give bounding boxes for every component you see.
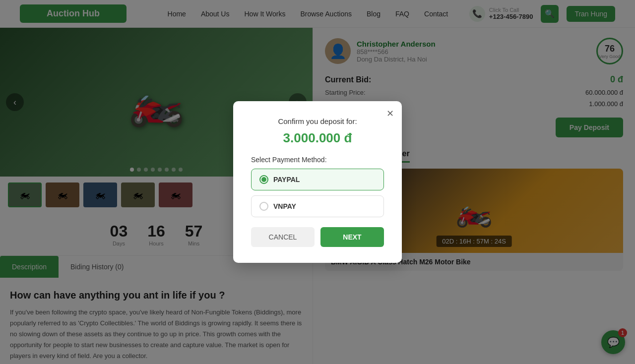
payment-option-paypal[interactable]: PAYPAL <box>251 169 384 190</box>
radio-paypal <box>259 175 268 184</box>
radio-vnpay <box>259 202 268 211</box>
payment-option-vnpay[interactable]: VNPAY <box>251 195 384 217</box>
vnpay-label: VNPAY <box>273 202 296 210</box>
modal-title: Confirm you deposit for: <box>251 117 384 125</box>
modal: ✕ Confirm you deposit for: 3.000.000 đ S… <box>233 101 402 263</box>
modal-overlay[interactable]: ✕ Confirm you deposit for: 3.000.000 đ S… <box>0 0 635 364</box>
modal-amount: 3.000.000 đ <box>251 130 384 146</box>
modal-payment-label: Select Payment Method: <box>251 156 384 164</box>
next-button[interactable]: NEXT <box>320 227 384 247</box>
modal-actions: CANCEL NEXT <box>251 227 384 247</box>
cancel-button[interactable]: CANCEL <box>251 227 315 247</box>
paypal-label: PAYPAL <box>273 176 300 183</box>
modal-close-button[interactable]: ✕ <box>386 108 394 119</box>
